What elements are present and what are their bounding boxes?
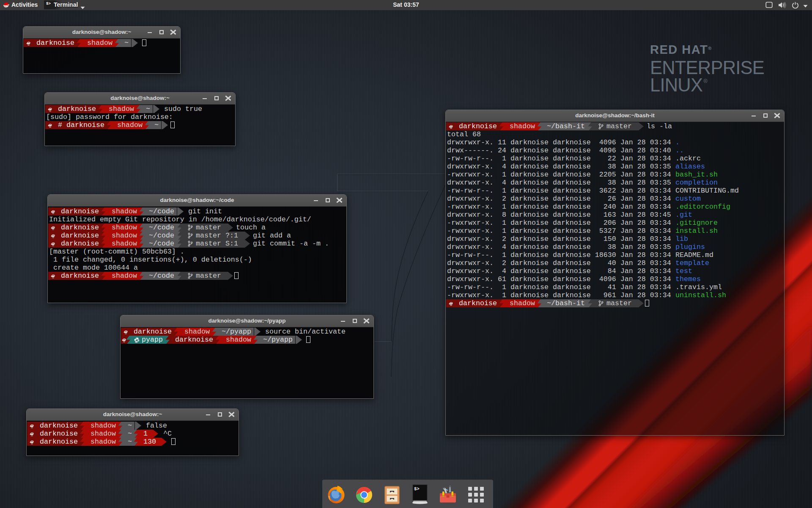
- svg-text:$>: $>: [414, 486, 420, 491]
